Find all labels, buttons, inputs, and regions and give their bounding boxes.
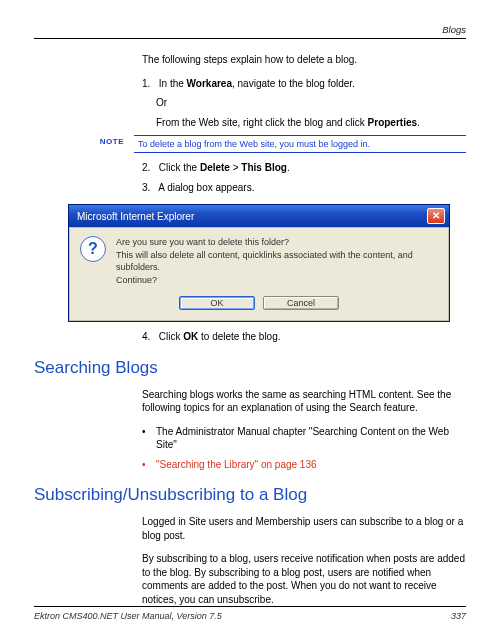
step-2-gt: > (230, 162, 241, 173)
step-4: 4. Click OK to delete the blog. (142, 330, 466, 344)
step-4-text-a: Click (159, 331, 183, 342)
step-4-number: 4. (142, 330, 156, 344)
step-3-number: 3. (142, 181, 156, 195)
step-1: 1. In the Workarea, navigate to the blog… (142, 77, 466, 91)
step-1-text-b: , navigate to the blog folder. (232, 78, 355, 89)
note-label-text: NOTE (100, 137, 124, 146)
dialog-line-2: This will also delete all content, quick… (116, 249, 438, 274)
step-4-ok: OK (183, 331, 198, 342)
page-footer: Ektron CMS400.NET User Manual, Version 7… (34, 606, 466, 621)
note-block: NOTE To delete a blog from the Web site,… (34, 135, 466, 153)
page-number: 337 (451, 611, 466, 621)
footer-divider (34, 606, 466, 607)
step-4-text-b: to delete the blog. (198, 331, 280, 342)
header-divider (34, 38, 466, 39)
dialog-close-button[interactable]: ✕ (427, 208, 445, 224)
dialog-line-1: Are you sure you want to delete this fol… (116, 236, 438, 249)
step-1-properties: Properties (368, 117, 417, 128)
dialog-button-row: OK Cancel (80, 296, 438, 310)
dialog-line-3: Continue? (116, 274, 438, 287)
close-icon: ✕ (432, 211, 440, 221)
step-1-number: 1. (142, 77, 156, 91)
step-2-text-a: Click the (159, 162, 200, 173)
intro-text: The following steps explain how to delet… (142, 53, 466, 67)
note-label: NOTE (34, 135, 134, 146)
search-bullet-2-link[interactable]: "Searching the Library" on page 136 (142, 458, 466, 472)
footer-product: Ektron CMS400.NET User Manual, Version 7… (34, 611, 222, 621)
confirm-dialog: Microsoft Internet Explorer ✕ ? Are you … (68, 204, 450, 322)
step-2-number: 2. (142, 161, 156, 175)
dialog-titlebar: Microsoft Internet Explorer ✕ (69, 205, 449, 227)
step-2-text-b: . (287, 162, 290, 173)
search-paragraph: Searching blogs works the same as search… (142, 388, 466, 415)
dialog-text: Are you sure you want to delete this fol… (116, 236, 438, 286)
dialog-body: ? Are you sure you want to delete this f… (69, 227, 449, 321)
step-1-alt-b: . (417, 117, 420, 128)
step-1-workarea: Workarea (187, 78, 232, 89)
step-1-alt-a: From the Web site, right click the blog … (156, 117, 368, 128)
heading-searching-blogs: Searching Blogs (34, 358, 466, 378)
step-1-text-a: In the (159, 78, 187, 89)
dialog-content: ? Are you sure you want to delete this f… (80, 236, 438, 286)
step-2-thisblog: This Blog (241, 162, 287, 173)
page-header-section: Blogs (34, 24, 466, 35)
question-icon: ? (80, 236, 106, 262)
step-3-text: A dialog box appears. (158, 182, 254, 193)
step-1-or: Or (156, 96, 466, 110)
note-text: To delete a blog from the Web site, you … (134, 135, 466, 153)
heading-subscribing: Subscribing/Unsubscribing to a Blog (34, 485, 466, 505)
search-bullet-1: The Administrator Manual chapter "Search… (142, 425, 466, 452)
step-1-alt: From the Web site, right click the blog … (156, 116, 466, 130)
step-2-delete: Delete (200, 162, 230, 173)
subscribe-paragraph-1: Logged in Site users and Membership user… (142, 515, 466, 542)
step-3: 3. A dialog box appears. (142, 181, 466, 195)
dialog-title: Microsoft Internet Explorer (77, 211, 194, 222)
subscribe-paragraph-2: By subscribing to a blog, users receive … (142, 552, 466, 606)
cancel-button[interactable]: Cancel (263, 296, 339, 310)
ok-button[interactable]: OK (179, 296, 255, 310)
step-2: 2. Click the Delete > This Blog. (142, 161, 466, 175)
